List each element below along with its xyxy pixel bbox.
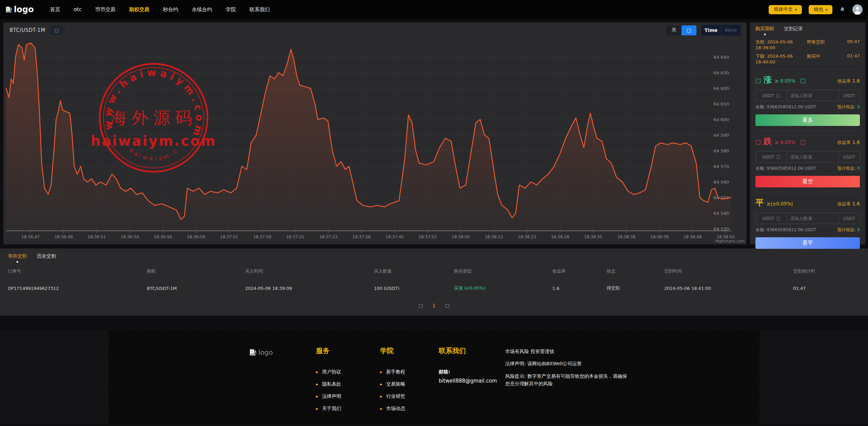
svg-text:18:38:23: 18:38:23 [518, 235, 536, 239]
next-period-row: 下期: 2024-05-06 18:40:00 购买中 01:47 [755, 53, 860, 64]
nav-item-spot[interactable]: 币币交易 [95, 6, 116, 13]
top-navbar: logo 首页 otc 币币交易 期权交易 秒合约 永续合约 学院 联系我们 简… [0, 0, 868, 19]
academy-heading: 学院 [380, 346, 405, 355]
nav-item-second-contract[interactable]: 秒合约 [163, 6, 178, 13]
tab-more[interactable]: More [721, 25, 741, 36]
flat-currency-suffix: USDT [839, 213, 860, 224]
risk-warning-line: 市场有风险 投资需谨慎 [505, 348, 631, 355]
down-amount-group: USDT □ USDT [755, 151, 860, 163]
active-tab-dot [17, 261, 18, 263]
up-amount-group: USDT □ USDT [755, 90, 860, 101]
current-period-row: 当前: 2024-05-06 18:39:00 即将交割 00:47 [755, 39, 860, 50]
link-label: 行业研究 [386, 393, 405, 400]
caret-down-icon: ▾ [826, 8, 827, 12]
footer-academy-column: 学院 ▶新手教程 ▶交易策略 ▶行业研究 ▶市场动态 [380, 346, 405, 412]
currency-label: USDT [762, 154, 774, 160]
chart-controls: 黑 □ Time More [667, 25, 741, 36]
next-period-status: 购买中 [807, 53, 843, 64]
up-arrow-icon: □ [755, 77, 761, 84]
svg-text:18:38:38: 18:38:38 [617, 235, 635, 239]
link-label: 交易策略 [386, 381, 405, 387]
site-logo[interactable]: logo [5, 5, 34, 14]
notification-bell-icon[interactable] [839, 6, 846, 13]
svg-text:18:38:55: 18:38:55 [716, 235, 735, 239]
currency-label: USDT [762, 93, 774, 98]
flat-section-condition: ≥|±0.05%| [767, 201, 793, 206]
theme-dark-button[interactable]: 黑 [667, 25, 682, 35]
nav-item-academy[interactable]: 学院 [226, 6, 236, 13]
svg-text:18:38:35: 18:38:35 [584, 235, 603, 239]
theme-light-button[interactable]: □ [682, 25, 696, 35]
link-beginner-tutorial[interactable]: ▶新手教程 [380, 369, 405, 375]
language-button[interactable]: 简体中文 ▾ [769, 5, 802, 14]
down-amount-input[interactable] [787, 151, 839, 162]
nav-item-otc[interactable]: otc [74, 6, 81, 13]
buy-flat-button[interactable]: 看平 [755, 237, 860, 249]
link-label: 法律声明 [322, 393, 341, 400]
page-number[interactable]: 1 [433, 303, 436, 308]
tab-buy-options[interactable]: 购买期权 [755, 26, 774, 36]
active-tab-dot [764, 34, 766, 35]
bullet-icon: ▶ [380, 395, 382, 398]
link-user-agreement[interactable]: ▶用户协议 [316, 369, 341, 375]
bullet-icon: ▶ [316, 395, 318, 398]
tab-settlement-records[interactable]: 交割记录 [784, 26, 803, 36]
balance-label: 余额: [755, 227, 765, 232]
svg-text:18:36:56: 18:36:56 [154, 235, 172, 239]
broken-image-icon [5, 6, 12, 13]
down-section-condition: ≥ 0.05% [775, 140, 795, 145]
user-avatar[interactable] [852, 4, 863, 15]
svg-text:18:36:47: 18:36:47 [21, 235, 40, 239]
link-privacy[interactable]: ▶隐私条款 [316, 381, 341, 387]
cell-order-id: OP1714991949627312 [8, 286, 147, 291]
nav-item-perpetual[interactable]: 永续合约 [192, 6, 212, 13]
orders-tabs: 等待交割 历史交割 [0, 253, 868, 263]
footer-logo: logo [249, 348, 273, 356]
col-option: 期权 [147, 268, 245, 274]
link-legal[interactable]: ▶法律声明 [316, 393, 341, 400]
email-address[interactable]: bitwell888@gmail.com [439, 378, 497, 384]
svg-text:18:37:23: 18:37:23 [319, 235, 338, 239]
orders-table-header: 订单号 期权 买入时间 买入数量 购买类型 收益率 状态 交割时间 交割倒计时 [0, 263, 868, 279]
down-arrow-icon: □ [755, 138, 761, 145]
svg-text:64 560: 64 560 [714, 180, 729, 185]
caret-icon: □ [776, 154, 780, 159]
tab-pending-settlement[interactable]: 等待交割 [8, 253, 27, 263]
cell-option: BTC/USDT-1M [147, 286, 245, 291]
current-period-countdown: 00:47 [843, 39, 860, 50]
link-trading-strategy[interactable]: ▶交易策略 [380, 381, 405, 387]
bullet-icon: ▶ [380, 370, 382, 374]
link-about-us[interactable]: ▶关于我们 [316, 406, 341, 412]
up-currency-select[interactable]: USDT □ [756, 90, 787, 101]
nav-item-contact[interactable]: 联系我们 [250, 6, 270, 13]
link-label: 新手教程 [386, 369, 405, 375]
option-flat-section: 平 ≥|±0.05%| 收益率1.6 USDT □ USDT 余额: 93663… [755, 192, 860, 249]
prev-page-icon[interactable]: □ [418, 303, 423, 308]
next-page-icon[interactable]: □ [445, 303, 449, 308]
svg-text:18:38:12: 18:38:12 [485, 235, 503, 239]
bullet-icon: ▶ [380, 383, 382, 386]
down-currency-select[interactable]: USDT □ [756, 151, 787, 162]
nav-item-options[interactable]: 期权交易 [129, 6, 150, 13]
link-market-news[interactable]: ▶市场动态 [380, 406, 405, 412]
link-industry-research[interactable]: ▶行业研究 [380, 393, 405, 400]
trade-tabs: 购买期权 交割记录 [755, 26, 860, 36]
svg-text:18:38:28: 18:38:28 [551, 235, 569, 239]
watermark-line-text: haiwaiym.com [91, 133, 217, 149]
up-amount-input[interactable] [787, 90, 839, 101]
symbol-settings-button[interactable]: □ [50, 25, 63, 35]
divider [68, 26, 68, 34]
balance: 余额: 93663585812.06 USDT [755, 166, 816, 171]
buy-up-button[interactable]: 看多 [755, 114, 860, 126]
tab-history-settlement[interactable]: 历史交割 [37, 253, 56, 263]
flat-amount-input[interactable] [787, 213, 839, 224]
col-countdown: 交割倒计时 [793, 268, 868, 274]
flat-currency-select[interactable]: USDT □ [756, 213, 787, 224]
tab-time[interactable]: Time [701, 25, 721, 36]
profit-value: 0 [857, 104, 860, 109]
expected-profit: 预计收益:0 [837, 104, 860, 110]
wallet-button[interactable]: 钱包 ▾ [809, 5, 832, 14]
nav-item-home[interactable]: 首页 [50, 6, 60, 13]
buy-down-button[interactable]: 看空 [755, 176, 860, 187]
next-period-time: 下期: 2024-05-06 18:40:00 [755, 53, 807, 64]
